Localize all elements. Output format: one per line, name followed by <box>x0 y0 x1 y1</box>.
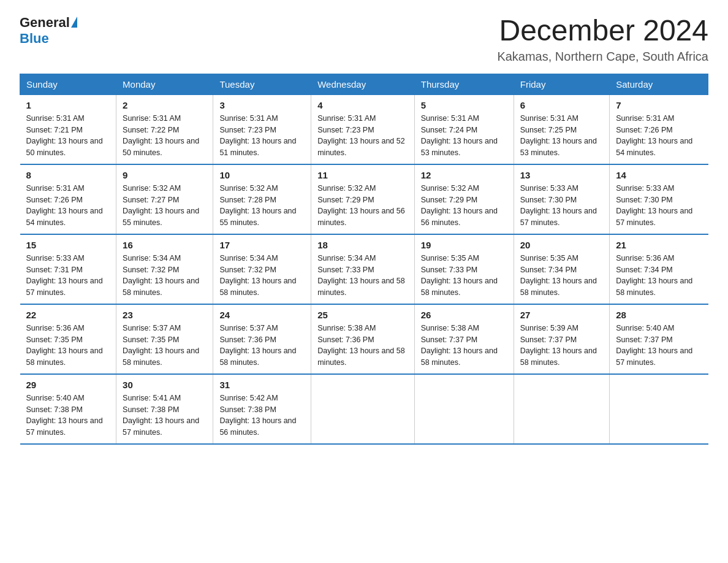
calendar-day-cell: 24 Sunrise: 5:37 AMSunset: 7:36 PMDaylig… <box>213 304 311 374</box>
calendar-day-cell: 8 Sunrise: 5:31 AMSunset: 7:26 PMDayligh… <box>20 164 116 234</box>
day-info: Sunrise: 5:31 AMSunset: 7:23 PMDaylight:… <box>317 113 408 159</box>
day-number: 25 <box>317 310 408 320</box>
calendar-day-cell <box>311 374 415 444</box>
calendar-day-cell: 11 Sunrise: 5:32 AMSunset: 7:29 PMDaylig… <box>311 164 415 234</box>
weekday-header-thursday: Thursday <box>414 74 514 94</box>
calendar-week-row: 8 Sunrise: 5:31 AMSunset: 7:26 PMDayligh… <box>20 164 708 234</box>
calendar-day-cell: 22 Sunrise: 5:36 AMSunset: 7:35 PMDaylig… <box>20 304 116 374</box>
day-number: 2 <box>123 100 207 110</box>
calendar-day-cell: 25 Sunrise: 5:38 AMSunset: 7:36 PMDaylig… <box>311 304 415 374</box>
weekday-header-monday: Monday <box>116 74 213 94</box>
day-number: 16 <box>123 240 207 250</box>
day-info: Sunrise: 5:38 AMSunset: 7:37 PMDaylight:… <box>421 323 507 369</box>
calendar-day-cell: 3 Sunrise: 5:31 AMSunset: 7:23 PMDayligh… <box>213 94 311 164</box>
calendar-day-cell: 28 Sunrise: 5:40 AMSunset: 7:37 PMDaylig… <box>610 304 708 374</box>
calendar-day-cell: 20 Sunrise: 5:35 AMSunset: 7:34 PMDaylig… <box>514 234 609 304</box>
calendar-day-cell <box>414 374 514 444</box>
location-subtitle: Kakamas, Northern Cape, South Africa <box>497 50 708 64</box>
calendar-day-cell: 19 Sunrise: 5:35 AMSunset: 7:33 PMDaylig… <box>414 234 514 304</box>
calendar-day-cell: 29 Sunrise: 5:40 AMSunset: 7:38 PMDaylig… <box>20 374 116 444</box>
calendar-week-row: 29 Sunrise: 5:40 AMSunset: 7:38 PMDaylig… <box>20 374 708 444</box>
day-number: 4 <box>317 100 408 110</box>
calendar-day-cell: 7 Sunrise: 5:31 AMSunset: 7:26 PMDayligh… <box>610 94 708 164</box>
day-info: Sunrise: 5:34 AMSunset: 7:32 PMDaylight:… <box>123 253 207 299</box>
calendar-day-cell: 13 Sunrise: 5:33 AMSunset: 7:30 PMDaylig… <box>514 164 609 234</box>
weekday-header-tuesday: Tuesday <box>213 74 311 94</box>
day-number: 15 <box>26 240 110 250</box>
weekday-header-saturday: Saturday <box>610 74 708 94</box>
weekday-header-friday: Friday <box>514 74 609 94</box>
day-number: 3 <box>219 100 305 110</box>
logo: General Blue <box>20 15 77 47</box>
logo-blue-text: Blue <box>20 31 49 47</box>
day-info: Sunrise: 5:36 AMSunset: 7:34 PMDaylight:… <box>616 253 702 299</box>
weekday-header-sunday: Sunday <box>20 74 116 94</box>
day-number: 20 <box>520 240 603 250</box>
day-info: Sunrise: 5:32 AMSunset: 7:29 PMDaylight:… <box>317 183 408 229</box>
calendar-day-cell: 6 Sunrise: 5:31 AMSunset: 7:25 PMDayligh… <box>514 94 609 164</box>
day-info: Sunrise: 5:40 AMSunset: 7:37 PMDaylight:… <box>616 323 702 369</box>
day-number: 24 <box>219 310 305 320</box>
logo-triangle-icon <box>71 17 77 28</box>
day-info: Sunrise: 5:31 AMSunset: 7:24 PMDaylight:… <box>421 113 507 159</box>
day-info: Sunrise: 5:38 AMSunset: 7:36 PMDaylight:… <box>317 323 408 369</box>
calendar-day-cell: 4 Sunrise: 5:31 AMSunset: 7:23 PMDayligh… <box>311 94 415 164</box>
day-info: Sunrise: 5:33 AMSunset: 7:31 PMDaylight:… <box>26 253 110 299</box>
calendar-day-cell: 27 Sunrise: 5:39 AMSunset: 7:37 PMDaylig… <box>514 304 609 374</box>
calendar-week-row: 1 Sunrise: 5:31 AMSunset: 7:21 PMDayligh… <box>20 94 708 164</box>
calendar-header-row: SundayMondayTuesdayWednesdayThursdayFrid… <box>20 74 708 94</box>
page-header: General Blue December 2024 Kakamas, Nort… <box>20 15 708 64</box>
day-number: 6 <box>520 100 603 110</box>
day-info: Sunrise: 5:42 AMSunset: 7:38 PMDaylight:… <box>219 393 305 439</box>
title-section: December 2024 Kakamas, Northern Cape, So… <box>497 15 708 64</box>
day-info: Sunrise: 5:33 AMSunset: 7:30 PMDaylight:… <box>616 183 702 229</box>
calendar-day-cell: 21 Sunrise: 5:36 AMSunset: 7:34 PMDaylig… <box>610 234 708 304</box>
calendar-day-cell: 9 Sunrise: 5:32 AMSunset: 7:27 PMDayligh… <box>116 164 213 234</box>
calendar-day-cell: 12 Sunrise: 5:32 AMSunset: 7:29 PMDaylig… <box>414 164 514 234</box>
day-number: 19 <box>421 240 507 250</box>
day-info: Sunrise: 5:36 AMSunset: 7:35 PMDaylight:… <box>26 323 110 369</box>
calendar-day-cell: 1 Sunrise: 5:31 AMSunset: 7:21 PMDayligh… <box>20 94 116 164</box>
day-number: 14 <box>616 170 702 180</box>
day-info: Sunrise: 5:37 AMSunset: 7:36 PMDaylight:… <box>219 323 305 369</box>
day-info: Sunrise: 5:40 AMSunset: 7:38 PMDaylight:… <box>26 393 110 439</box>
day-info: Sunrise: 5:31 AMSunset: 7:22 PMDaylight:… <box>123 113 207 159</box>
calendar-day-cell <box>610 374 708 444</box>
day-info: Sunrise: 5:35 AMSunset: 7:33 PMDaylight:… <box>421 253 507 299</box>
calendar-day-cell: 26 Sunrise: 5:38 AMSunset: 7:37 PMDaylig… <box>414 304 514 374</box>
day-number: 27 <box>520 310 603 320</box>
day-info: Sunrise: 5:34 AMSunset: 7:33 PMDaylight:… <box>317 253 408 299</box>
day-number: 1 <box>26 100 110 110</box>
calendar-day-cell: 17 Sunrise: 5:34 AMSunset: 7:32 PMDaylig… <box>213 234 311 304</box>
calendar-week-row: 22 Sunrise: 5:36 AMSunset: 7:35 PMDaylig… <box>20 304 708 374</box>
day-info: Sunrise: 5:32 AMSunset: 7:29 PMDaylight:… <box>421 183 507 229</box>
day-number: 11 <box>317 170 408 180</box>
calendar-day-cell: 23 Sunrise: 5:37 AMSunset: 7:35 PMDaylig… <box>116 304 213 374</box>
day-number: 22 <box>26 310 110 320</box>
calendar-week-row: 15 Sunrise: 5:33 AMSunset: 7:31 PMDaylig… <box>20 234 708 304</box>
day-number: 31 <box>219 380 305 390</box>
day-number: 10 <box>219 170 305 180</box>
day-info: Sunrise: 5:31 AMSunset: 7:23 PMDaylight:… <box>219 113 305 159</box>
month-title: December 2024 <box>497 15 708 47</box>
day-number: 29 <box>26 380 110 390</box>
calendar-day-cell: 10 Sunrise: 5:32 AMSunset: 7:28 PMDaylig… <box>213 164 311 234</box>
day-number: 23 <box>123 310 207 320</box>
day-number: 17 <box>219 240 305 250</box>
day-number: 18 <box>317 240 408 250</box>
day-number: 30 <box>123 380 207 390</box>
day-number: 21 <box>616 240 702 250</box>
day-info: Sunrise: 5:31 AMSunset: 7:25 PMDaylight:… <box>520 113 603 159</box>
day-info: Sunrise: 5:31 AMSunset: 7:21 PMDaylight:… <box>26 113 110 159</box>
calendar-day-cell: 5 Sunrise: 5:31 AMSunset: 7:24 PMDayligh… <box>414 94 514 164</box>
calendar-table: SundayMondayTuesdayWednesdayThursdayFrid… <box>20 74 708 445</box>
calendar-day-cell: 31 Sunrise: 5:42 AMSunset: 7:38 PMDaylig… <box>213 374 311 444</box>
day-info: Sunrise: 5:34 AMSunset: 7:32 PMDaylight:… <box>219 253 305 299</box>
day-info: Sunrise: 5:32 AMSunset: 7:28 PMDaylight:… <box>219 183 305 229</box>
weekday-header-wednesday: Wednesday <box>311 74 415 94</box>
day-number: 26 <box>421 310 507 320</box>
day-info: Sunrise: 5:37 AMSunset: 7:35 PMDaylight:… <box>123 323 207 369</box>
day-number: 28 <box>616 310 702 320</box>
day-number: 13 <box>520 170 603 180</box>
day-number: 8 <box>26 170 110 180</box>
